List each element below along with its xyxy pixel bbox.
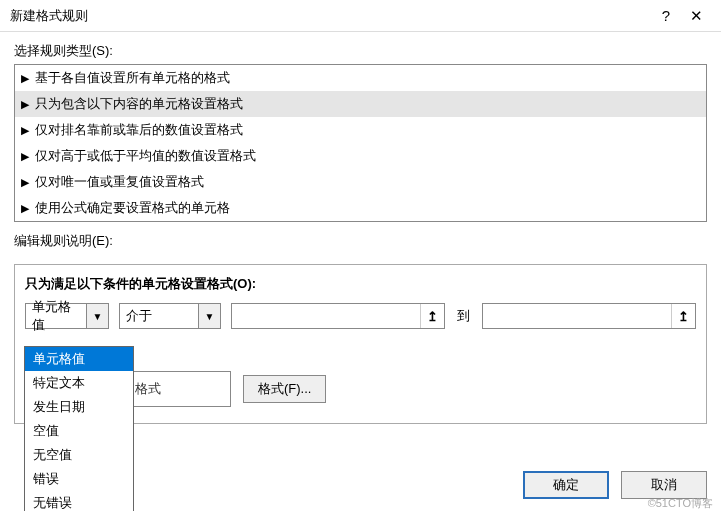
dialog-title: 新建格式规则 xyxy=(10,7,651,25)
dropdown-option[interactable]: 无空值 xyxy=(25,443,133,467)
dropdown-option[interactable]: 发生日期 xyxy=(25,395,133,419)
triangle-icon: ▶ xyxy=(21,150,29,163)
high-value-field[interactable] xyxy=(483,304,671,328)
rule-type-text: 仅对唯一值或重复值设置格式 xyxy=(35,173,204,191)
rule-type-list[interactable]: ▶基于各自值设置所有单元格的格式 ▶只为包含以下内容的单元格设置格式 ▶仅对排名… xyxy=(14,64,707,222)
rule-type-item[interactable]: ▶使用公式确定要设置格式的单元格 xyxy=(15,195,706,221)
rule-type-item[interactable]: ▶仅对排名靠前或靠后的数值设置格式 xyxy=(15,117,706,143)
dropdown-option[interactable]: 错误 xyxy=(25,467,133,491)
condition-type-dropdown[interactable]: 单元格值 特定文本 发生日期 空值 无空值 错误 无错误 xyxy=(24,346,134,511)
high-value-input[interactable]: ↥ xyxy=(482,303,696,329)
rule-type-item[interactable]: ▶只为包含以下内容的单元格设置格式 xyxy=(15,91,706,117)
dropdown-option[interactable]: 无错误 xyxy=(25,491,133,511)
cancel-button[interactable]: 取消 xyxy=(621,471,707,499)
criteria-row: 单元格值 ▼ 介于 ▼ ↥ 到 ↥ xyxy=(25,303,696,329)
dropdown-option[interactable]: 特定文本 xyxy=(25,371,133,395)
ok-button[interactable]: 确定 xyxy=(523,471,609,499)
help-button[interactable]: ? xyxy=(651,7,681,24)
low-value-field[interactable] xyxy=(232,304,420,328)
titlebar: 新建格式规则 ? ✕ xyxy=(0,0,721,32)
rule-type-text: 使用公式确定要设置格式的单元格 xyxy=(35,199,230,217)
dialog-footer: 确定 取消 xyxy=(523,471,707,499)
operator-combo[interactable]: 介于 ▼ xyxy=(119,303,221,329)
close-button[interactable]: ✕ xyxy=(681,7,711,25)
format-button[interactable]: 格式(F)... xyxy=(243,375,326,403)
condition-type-combo[interactable]: 单元格值 ▼ xyxy=(25,303,109,329)
rule-type-text: 只为包含以下内容的单元格设置格式 xyxy=(35,95,243,113)
range-picker-icon[interactable]: ↥ xyxy=(420,304,444,328)
dropdown-option[interactable]: 空值 xyxy=(25,419,133,443)
chevron-down-icon[interactable]: ▼ xyxy=(198,304,220,328)
rule-type-item[interactable]: ▶仅对唯一值或重复值设置格式 xyxy=(15,169,706,195)
chevron-down-icon[interactable]: ▼ xyxy=(86,304,108,328)
panel-title: 只为满足以下条件的单元格设置格式(O): xyxy=(25,275,696,293)
triangle-icon: ▶ xyxy=(21,124,29,137)
rule-type-item[interactable]: ▶仅对高于或低于平均值的数值设置格式 xyxy=(15,143,706,169)
to-label: 到 xyxy=(455,307,472,325)
edit-rule-description-label: 编辑规则说明(E): xyxy=(0,222,721,254)
range-picker-icon[interactable]: ↥ xyxy=(671,304,695,328)
condition-type-value: 单元格值 xyxy=(26,304,86,328)
triangle-icon: ▶ xyxy=(21,98,29,111)
triangle-icon: ▶ xyxy=(21,72,29,85)
triangle-icon: ▶ xyxy=(21,202,29,215)
dropdown-option[interactable]: 单元格值 xyxy=(25,347,133,371)
rule-type-item[interactable]: ▶基于各自值设置所有单元格的格式 xyxy=(15,65,706,91)
watermark: ©51CTO博客 xyxy=(648,496,713,511)
rule-type-text: 基于各自值设置所有单元格的格式 xyxy=(35,69,230,87)
rule-type-text: 仅对排名靠前或靠后的数值设置格式 xyxy=(35,121,243,139)
operator-value: 介于 xyxy=(120,304,198,328)
low-value-input[interactable]: ↥ xyxy=(231,303,445,329)
select-rule-type-label: 选择规则类型(S): xyxy=(0,32,721,64)
triangle-icon: ▶ xyxy=(21,176,29,189)
rule-type-text: 仅对高于或低于平均值的数值设置格式 xyxy=(35,147,256,165)
